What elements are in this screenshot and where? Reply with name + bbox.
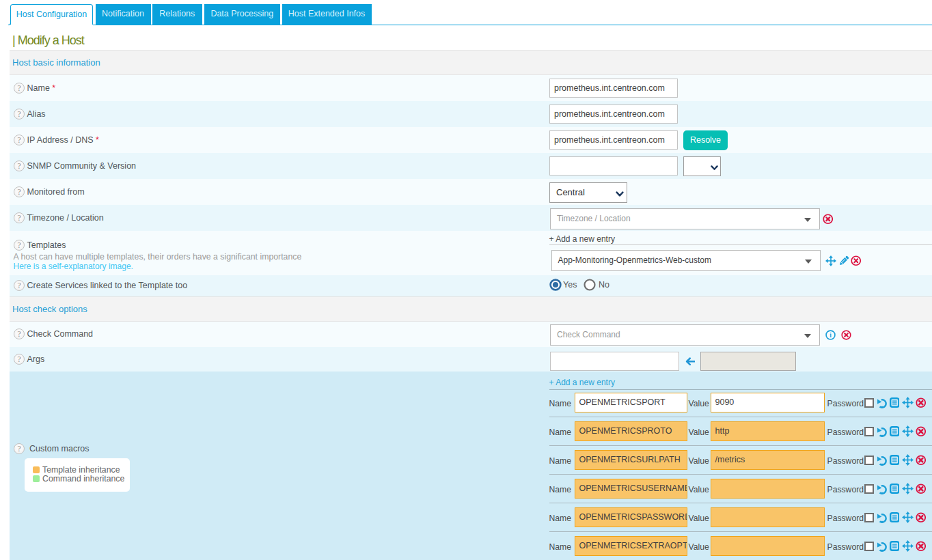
svg-text:i: i (830, 332, 832, 339)
